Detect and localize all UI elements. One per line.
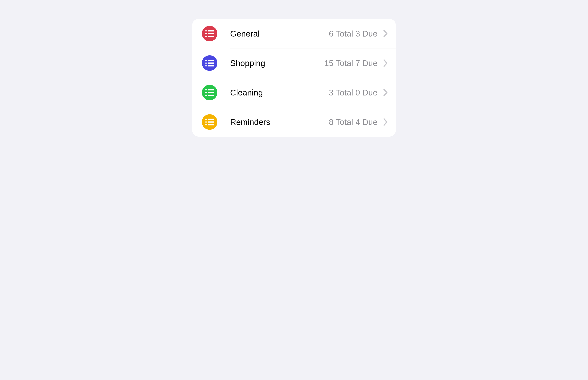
list-stats: 15 Total 7 Due (324, 58, 378, 68)
svg-rect-15 (208, 92, 214, 93)
svg-rect-23 (208, 124, 214, 125)
svg-rect-7 (208, 60, 214, 61)
svg-rect-17 (208, 95, 214, 96)
chevron-right-icon (383, 59, 388, 67)
list-bullet-icon (202, 114, 217, 130)
list-stats: 6 Total 3 Due (329, 29, 378, 38)
svg-point-6 (205, 60, 207, 61)
svg-point-8 (205, 62, 207, 64)
list-row-general[interactable]: General 6 Total 3 Due (192, 19, 396, 48)
list-title: Reminders (230, 117, 329, 127)
list-row-reminders[interactable]: Reminders 8 Total 4 Due (192, 107, 396, 137)
list-stats: 8 Total 4 Due (329, 117, 378, 127)
svg-point-10 (205, 65, 207, 67)
list-title: General (230, 29, 329, 38)
svg-point-14 (205, 92, 207, 93)
list-bullet-icon (202, 55, 217, 71)
svg-rect-5 (208, 36, 214, 37)
svg-point-2 (205, 33, 207, 34)
svg-rect-11 (208, 65, 214, 67)
svg-rect-3 (208, 33, 214, 34)
svg-rect-19 (208, 119, 214, 120)
list-row-shopping[interactable]: Shopping 15 Total 7 Due (192, 48, 396, 78)
list-bullet-icon (202, 85, 217, 100)
chevron-right-icon (383, 89, 388, 96)
svg-rect-13 (208, 89, 214, 91)
list-title: Cleaning (230, 88, 329, 97)
svg-point-4 (205, 36, 207, 37)
svg-point-12 (205, 89, 207, 91)
svg-rect-1 (208, 30, 214, 32)
list-row-cleaning[interactable]: Cleaning 3 Total 0 Due (192, 78, 396, 107)
svg-point-0 (205, 30, 207, 32)
svg-point-20 (205, 121, 207, 123)
list-title: Shopping (230, 58, 324, 68)
svg-point-16 (205, 95, 207, 96)
svg-point-22 (205, 124, 207, 125)
chevron-right-icon (383, 30, 388, 38)
list-bullet-icon (202, 26, 217, 41)
chevron-right-icon (383, 118, 388, 126)
svg-point-18 (205, 119, 207, 120)
svg-rect-21 (208, 121, 214, 123)
lists-card: General 6 Total 3 Due Shopping 15 Total … (192, 19, 396, 137)
svg-rect-9 (208, 63, 214, 64)
list-stats: 3 Total 0 Due (329, 88, 378, 97)
